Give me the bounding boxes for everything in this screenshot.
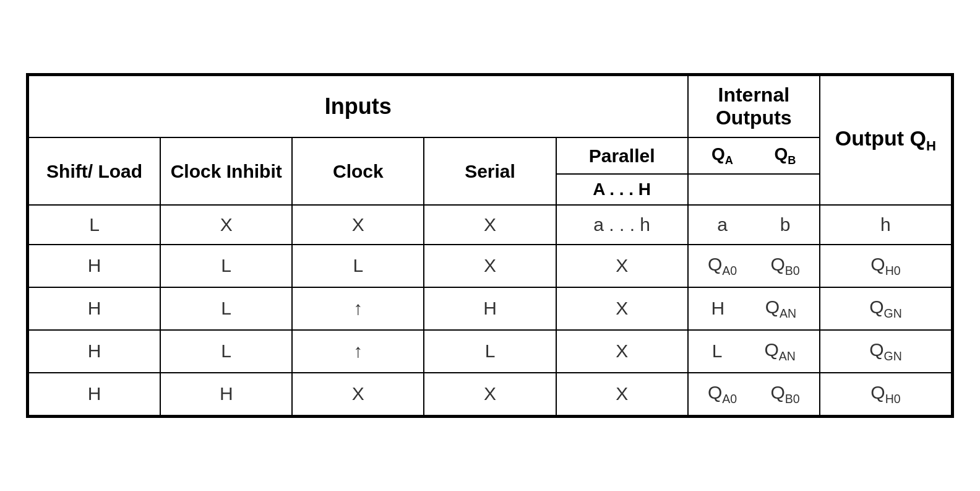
row2-serial: X	[424, 245, 556, 287]
internal-outputs-header: Internal Outputs	[688, 76, 820, 137]
internal-outputs-subheader: QA QB	[688, 137, 820, 174]
qb-sub: B	[788, 154, 796, 167]
inputs-header: Inputs	[28, 76, 688, 137]
row2-parallel: X	[556, 245, 688, 287]
row5-serial: X	[424, 373, 556, 415]
row1-parallel: a . . . h	[556, 205, 688, 245]
row1-qb: b	[780, 214, 791, 235]
row5-shift-load: H	[28, 373, 160, 415]
row1-clock-inhibit: X	[160, 205, 292, 245]
row3-shift-load: H	[28, 287, 160, 330]
output-qh-header: Output QH	[820, 76, 952, 205]
row4-serial: L	[424, 330, 556, 373]
row3-clock-inhibit: L	[160, 287, 292, 330]
row4-clock: ↑	[292, 330, 424, 373]
row1-shift-load: L	[28, 205, 160, 245]
parallel-header: Parallel	[556, 137, 688, 174]
row3-clock: ↑	[292, 287, 424, 330]
row5-clock-inhibit: H	[160, 373, 292, 415]
qa-label: QA	[711, 144, 733, 167]
row3-parallel: X	[556, 287, 688, 330]
row4-qa: L	[712, 341, 723, 362]
row1-clock: X	[292, 205, 424, 245]
row3-qa: H	[711, 298, 724, 319]
row5-parallel: X	[556, 373, 688, 415]
qa-sub: A	[725, 154, 733, 167]
row1-internal: a b	[688, 205, 820, 245]
row4-internal: L QAN	[688, 330, 820, 373]
shift-load-header: Shift/ Load	[28, 137, 160, 205]
row2-output: QH0	[820, 245, 952, 287]
qb-label: QB	[775, 144, 796, 167]
row4-qb: QAN	[764, 339, 795, 363]
row1-output: h	[820, 205, 952, 245]
row3-qb: QAN	[765, 297, 796, 321]
row2-qa: QA0	[708, 254, 737, 278]
serial-header: Serial	[424, 137, 556, 205]
row1-serial: X	[424, 205, 556, 245]
row4-clock-inhibit: L	[160, 330, 292, 373]
clock-inhibit-header: Clock Inhibit	[160, 137, 292, 205]
row2-shift-load: H	[28, 245, 160, 287]
parallel-sub-header: A . . . H	[556, 174, 688, 205]
row2-qb: QB0	[770, 254, 799, 278]
truth-table: Inputs Internal Outputs Output QH Shift/…	[26, 73, 954, 418]
clock-header: Clock	[292, 137, 424, 205]
row1-qa: a	[717, 214, 728, 235]
output-qh-subscript: H	[926, 138, 936, 154]
row5-internal: QA0 QB0	[688, 373, 820, 415]
internal-qa-qb-sub	[688, 174, 820, 205]
row5-output: QH0	[820, 373, 952, 415]
row5-qb: QB0	[770, 382, 799, 406]
row2-clock-inhibit: L	[160, 245, 292, 287]
row5-qa: QA0	[708, 382, 737, 406]
row2-internal: QA0 QB0	[688, 245, 820, 287]
row3-output: QGN	[820, 287, 952, 330]
row3-serial: H	[424, 287, 556, 330]
row3-internal: H QAN	[688, 287, 820, 330]
row4-output: QGN	[820, 330, 952, 373]
row4-shift-load: H	[28, 330, 160, 373]
row5-clock: X	[292, 373, 424, 415]
row4-parallel: X	[556, 330, 688, 373]
row2-clock: L	[292, 245, 424, 287]
